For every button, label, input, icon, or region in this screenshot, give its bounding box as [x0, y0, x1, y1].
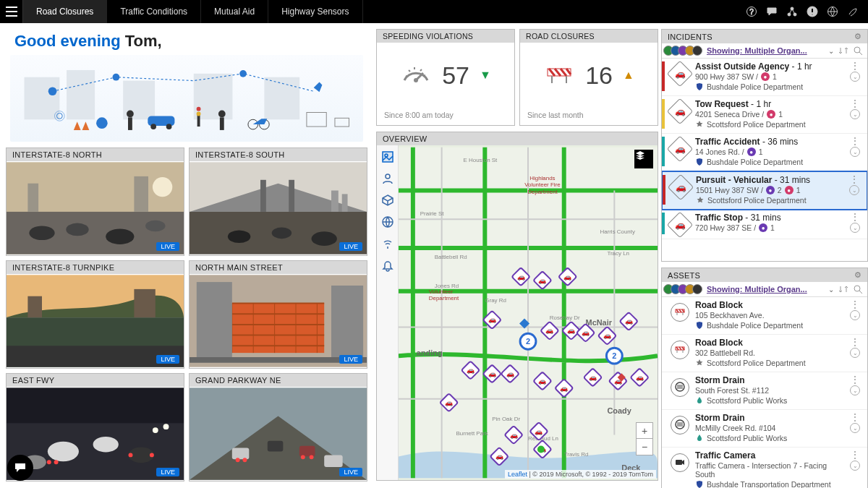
svg-text:🚗: 🚗 [488, 315, 497, 324]
camera-tile[interactable]: INTERSTATE-8 SOUTHLIVE [189, 147, 367, 256]
more-icon[interactable]: ⋮ [850, 214, 860, 220]
expand-icon[interactable]: ⌄ [849, 185, 859, 195]
asset-item[interactable]: Storm Drain McMilly Creek Rd. #104 Scott… [662, 410, 867, 448]
chevron-down-icon[interactable]: ⌄ [828, 47, 834, 55]
svg-rect-60 [331, 286, 363, 360]
more-icon[interactable]: ⋮ [850, 452, 860, 458]
more-icon[interactable]: ⋮ [850, 301, 860, 307]
incidents-list[interactable]: 🚗 Assist Outside Agency - 1 hr 900 Hwy 3… [662, 59, 867, 261]
svg-rect-36 [134, 176, 148, 212]
search-icon[interactable] [853, 46, 863, 56]
svg-text:🚗: 🚗 [506, 369, 515, 378]
nav-tab[interactable]: Highway Sensors [268, 0, 362, 23]
closures-card[interactable]: ROAD CLOSURES 16 ▲ Since last month [519, 29, 658, 126]
svg-point-47 [228, 230, 250, 243]
expand-icon[interactable]: ⌄ [850, 223, 860, 233]
asset-org: Bushdale Police Department [695, 321, 847, 330]
expand-icon[interactable]: ⌄ [850, 109, 860, 119]
expand-icon[interactable]: ⌄ [850, 310, 860, 320]
sort-icon[interactable] [838, 46, 848, 56]
expand-icon[interactable]: ⌄ [850, 385, 860, 395]
zoom-in-button[interactable]: + [637, 423, 652, 439]
more-icon[interactable]: ⋮ [849, 176, 859, 182]
chevron-down-icon[interactable]: ⌄ [828, 286, 834, 294]
search-icon[interactable] [853, 284, 863, 294]
globe-icon[interactable] [823, 2, 842, 21]
expand-icon[interactable]: ⌄ [850, 147, 860, 157]
svg-text:🚗: 🚗 [488, 369, 497, 378]
chat-icon[interactable] [762, 2, 781, 21]
incident-item[interactable]: 🚗 Pursuit - Vehicular - 31 mins 1501 Hwy… [662, 171, 867, 210]
expand-icon[interactable]: ⌄ [850, 423, 860, 433]
nav-tab[interactable]: Mutual Aid [201, 0, 268, 23]
svg-point-22 [127, 111, 134, 118]
trend-down-icon: ▼ [480, 69, 491, 82]
incident-title: Traffic Accident - 36 mins [695, 137, 847, 147]
map-layer-photo-icon[interactable] [380, 150, 395, 164]
svg-text:Harris County: Harris County [600, 228, 635, 235]
asset-type-icon [671, 341, 689, 359]
gear-icon[interactable]: ⚙ [854, 270, 861, 280]
incident-item[interactable]: 🚗 Traffic Accident - 36 mins 14 Jones Rd… [662, 134, 867, 171]
more-icon[interactable]: ⋮ [850, 138, 860, 144]
more-icon[interactable]: ⋮ [850, 100, 860, 106]
more-icon[interactable]: ⋮ [850, 339, 860, 345]
incident-item[interactable]: 🚗 Tow Request - 1 hr 4201 Seneca Drive /… [662, 96, 867, 134]
incident-type-icon: 🚗 [667, 61, 694, 87]
camera-title: INTERSTATE-8 TURNPIKE [7, 261, 184, 274]
svg-text:🚗: 🚗 [625, 317, 634, 325]
incidents-filter-label[interactable]: Showing: Multiple Organ... [707, 46, 824, 55]
alert-icon[interactable] [803, 2, 822, 21]
asset-item[interactable]: Road Block 302 Battlebell Rd. Scottsford… [662, 335, 867, 372]
map-layers-button[interactable] [634, 150, 653, 168]
gear-icon[interactable]: ⚙ [854, 32, 861, 41]
leaf-icon[interactable] [843, 2, 862, 21]
asset-item[interactable]: Road Block 105 Beckhaven Ave. Bushdale P… [662, 297, 867, 335]
menu-button[interactable] [0, 0, 23, 23]
assets-title: ASSETS ⚙ [662, 268, 867, 282]
map-zoom: + − [636, 422, 653, 455]
help-icon[interactable]: ? [742, 2, 761, 21]
chat-button[interactable] [7, 455, 33, 481]
map-signal-icon[interactable] [380, 236, 395, 251]
assets-filter-label[interactable]: Showing: Multiple Organ... [707, 285, 824, 294]
more-icon[interactable]: ⋮ [850, 63, 860, 69]
incidents-title: INCIDENTS ⚙ [662, 30, 867, 43]
incident-item[interactable]: 🚗 Assist Outside Agency - 1 hr 900 Hwy 3… [662, 59, 867, 96]
svg-point-80 [243, 458, 247, 462]
svg-text:Highlands: Highlands [529, 175, 555, 181]
asset-item[interactable]: Traffic Camera Traffic Camera - Intersec… [662, 448, 867, 488]
map-globe-icon[interactable] [380, 215, 395, 229]
zoom-out-button[interactable]: − [637, 439, 652, 455]
chat-icon [14, 461, 27, 474]
map-person-icon[interactable] [380, 171, 395, 186]
more-icon[interactable]: ⋮ [850, 377, 860, 382]
incident-item[interactable]: 🚗 Traffic Stop - 31 mins 720 Hwy 387 SE … [662, 210, 867, 239]
camera-tile[interactable]: INTERSTATE-8 NORTHLIVE [6, 147, 184, 256]
camera-tile[interactable]: GRAND PARKWAY NELIVE [189, 373, 367, 481]
svg-rect-76 [268, 441, 284, 452]
speeding-card[interactable]: SPEEDING VIOLATIONS 57 ▼ Since 8:00 am t… [376, 29, 515, 126]
expand-icon[interactable]: ⌄ [850, 348, 860, 358]
expand-icon[interactable]: ⌄ [850, 461, 860, 471]
sort-icon[interactable] [838, 284, 848, 294]
asset-location: 105 Beckhaven Ave. [695, 311, 847, 320]
nav-tab[interactable]: Traffic Conditions [107, 0, 201, 23]
map[interactable]: E Houston St Prairie St Battlebell Rd Jo… [399, 145, 658, 480]
svg-text:🚗: 🚗 [582, 328, 590, 337]
camera-title: GRAND PARKWAY NE [190, 374, 367, 387]
map-cube-icon[interactable] [380, 193, 395, 207]
org-chips[interactable] [666, 46, 702, 56]
map-bell-icon[interactable] [380, 258, 395, 273]
network-icon[interactable] [783, 2, 801, 21]
greeting: Good evening Tom, [4, 29, 369, 53]
nav-tab[interactable]: Road Closures [23, 0, 107, 23]
org-chips[interactable] [666, 284, 702, 294]
assets-list[interactable]: Road Block 105 Beckhaven Ave. Bushdale P… [662, 297, 867, 488]
more-icon[interactable]: ⋮ [850, 414, 860, 420]
svg-point-14 [113, 74, 120, 81]
asset-item[interactable]: Storm Drain South Forest St. #112 Scotts… [662, 372, 867, 410]
camera-tile[interactable]: NORTH MAIN STREETLIVE [189, 260, 367, 369]
expand-icon[interactable]: ⌄ [850, 72, 860, 82]
camera-tile[interactable]: INTERSTATE-8 TURNPIKELIVE [6, 260, 184, 369]
